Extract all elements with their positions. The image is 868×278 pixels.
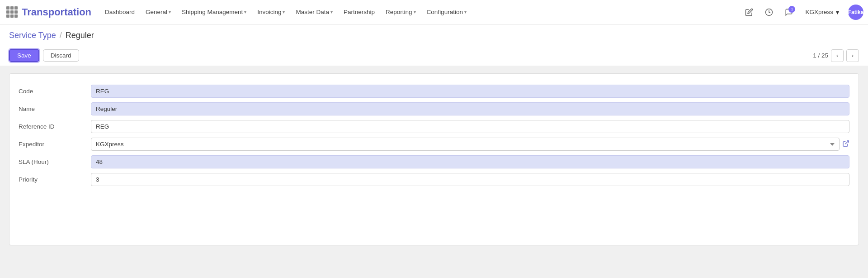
save-button[interactable]: Save xyxy=(9,49,39,62)
field-row-reference-id: Reference ID xyxy=(19,120,849,133)
notification-badge: 1 xyxy=(788,6,795,13)
breadcrumb-current: Reguler xyxy=(66,31,94,40)
breadcrumb-parent[interactable]: Service Type xyxy=(9,31,56,40)
nav-general[interactable]: General ▾ xyxy=(141,6,175,18)
field-row-priority: Priority xyxy=(19,173,849,186)
nav-master-data[interactable]: Master Data ▾ xyxy=(291,6,337,18)
nav-invoicing[interactable]: Invoicing ▾ xyxy=(253,6,289,18)
field-row-sla-hour: SLA (Hour) xyxy=(19,155,849,168)
field-label-priority: Priority xyxy=(19,176,91,183)
expeditor-select[interactable]: KGXpress xyxy=(91,138,840,151)
sla-hour-input[interactable] xyxy=(91,155,849,168)
breadcrumb: Service Type / Reguler xyxy=(0,24,868,45)
name-input[interactable] xyxy=(91,102,849,115)
discard-button[interactable]: Discard xyxy=(43,49,79,62)
grid-icon xyxy=(6,6,18,18)
field-value-sla-hour xyxy=(91,155,849,168)
nav-configuration[interactable]: Configuration ▾ xyxy=(422,6,471,18)
field-value-code xyxy=(91,85,849,98)
main-content: Code Name Reference ID Expeditor KGXpre xyxy=(0,66,868,253)
navbar: Transportation Dashboard General ▾ Shipp… xyxy=(0,0,868,24)
nav-partnership[interactable]: Partnership xyxy=(339,6,379,18)
username-label: KGXpress xyxy=(805,9,833,15)
field-label-code: Code xyxy=(19,88,91,95)
priority-input[interactable] xyxy=(91,173,849,186)
external-link-icon[interactable] xyxy=(842,140,849,149)
field-value-priority xyxy=(91,173,849,186)
chevron-down-icon: ▾ xyxy=(464,10,467,14)
field-value-name xyxy=(91,102,849,115)
code-input[interactable] xyxy=(91,85,849,98)
action-buttons: Save Discard xyxy=(9,49,79,62)
clock-icon-button[interactable] xyxy=(762,5,776,19)
nav-shipping-management[interactable]: Shipping Management ▾ xyxy=(177,6,251,18)
pager-text: 1 / 25 xyxy=(813,52,828,59)
chevron-down-icon: ▾ xyxy=(244,10,246,14)
pager: 1 / 25 ‹ › xyxy=(813,49,859,62)
field-label-expeditor: Expeditor xyxy=(19,141,91,148)
nav-reporting[interactable]: Reporting ▾ xyxy=(381,6,420,18)
reference-id-input[interactable] xyxy=(91,120,849,133)
grid-menu-button[interactable] xyxy=(5,5,19,19)
field-label-name: Name xyxy=(19,105,91,112)
pager-next-button[interactable]: › xyxy=(846,49,859,62)
field-label-reference-id: Reference ID xyxy=(19,123,91,130)
app-brand: Transportation xyxy=(22,6,91,18)
navbar-right: 1 KGXpress ▾ Fatika xyxy=(742,5,863,20)
chevron-down-icon: ▾ xyxy=(283,10,285,14)
chevron-down-icon: ▾ xyxy=(414,10,416,14)
navbar-menu: Dashboard General ▾ Shipping Management … xyxy=(100,6,742,18)
form-card: Code Name Reference ID Expeditor KGXpre xyxy=(9,73,859,245)
avatar-initials: Fatika xyxy=(848,9,864,15)
breadcrumb-separator: / xyxy=(60,31,62,40)
svg-line-1 xyxy=(845,141,849,144)
avatar[interactable]: Fatika xyxy=(848,5,863,20)
field-row-name: Name xyxy=(19,102,849,115)
user-menu[interactable]: KGXpress ▾ xyxy=(802,7,843,18)
field-value-expeditor: KGXpress xyxy=(91,138,849,151)
chevron-down-icon: ▾ xyxy=(330,10,333,14)
field-value-reference-id xyxy=(91,120,849,133)
field-row-expeditor: Expeditor KGXpress xyxy=(19,138,849,151)
pager-prev-button[interactable]: ‹ xyxy=(831,49,844,62)
chat-icon-button[interactable]: 1 xyxy=(782,5,796,19)
clock-icon xyxy=(765,8,773,16)
field-label-sla-hour: SLA (Hour) xyxy=(19,158,91,165)
chevron-down-icon: ▾ xyxy=(836,9,839,16)
field-row-code: Code xyxy=(19,85,849,98)
chevron-down-icon: ▾ xyxy=(169,10,171,14)
edit-icon xyxy=(745,8,753,16)
nav-dashboard[interactable]: Dashboard xyxy=(100,6,139,18)
action-bar: Save Discard 1 / 25 ‹ › xyxy=(0,45,868,66)
edit-icon-button[interactable] xyxy=(742,5,756,19)
